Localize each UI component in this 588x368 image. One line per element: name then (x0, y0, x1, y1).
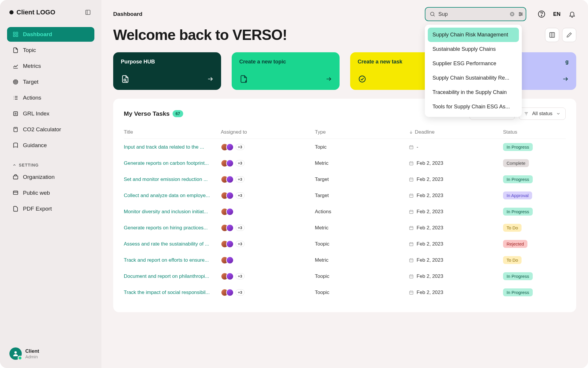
col-status[interactable]: Status (503, 129, 559, 135)
avatar-icon (226, 176, 234, 183)
clear-search-button[interactable] (510, 11, 515, 17)
task-title-link[interactable]: Generate reports on carbon footprint... (124, 160, 221, 166)
col-deadline[interactable]: Deadline (409, 129, 503, 135)
table-row[interactable]: Assess and rate the sustainability of ..… (124, 236, 566, 252)
table-row[interactable]: Collect and analyze data on employe...+3… (124, 187, 566, 204)
status-badge: In Progress (503, 288, 533, 296)
search-filter-button[interactable] (518, 11, 524, 17)
task-title-link[interactable]: Assess and rate the sustainability of ..… (124, 241, 221, 247)
table-row[interactable]: Generate reports on carbon footprint...+… (124, 155, 566, 171)
card-teal[interactable]: Create a new topic (232, 52, 340, 90)
svg-rect-26 (14, 176, 18, 179)
calendar-icon (409, 209, 414, 214)
collapse-sidebar-button[interactable] (84, 8, 92, 16)
sidebar-item-grl-index[interactable]: GRL Index (7, 106, 94, 121)
sidebar-item-topic[interactable]: Topic (7, 43, 94, 58)
table-row[interactable]: Assess and report on the alignment o...+… (124, 300, 566, 303)
sidebar-item-metrics[interactable]: Metrics (7, 59, 94, 73)
avatar-icon (226, 240, 234, 248)
calendar-icon (409, 274, 414, 279)
card-dark[interactable]: Purpose HUB (113, 52, 221, 90)
svg-rect-18 (14, 127, 17, 132)
search-suggestion-item[interactable]: Supply Chain Risk Management (428, 28, 519, 42)
sidebar-item-guidance[interactable]: Guidance (7, 138, 94, 153)
table-row[interactable]: Track the impact of social responsibil..… (124, 284, 566, 300)
calendar-icon (409, 145, 414, 149)
table-row[interactable]: Monitor diversity and inclusion initiat.… (124, 204, 566, 220)
filter-status-label: All status (532, 111, 552, 117)
help-button[interactable] (537, 10, 546, 18)
search-suggestion-item[interactable]: Sustainable Supply Chains (428, 42, 519, 56)
col-assigned[interactable]: Assigned to (221, 129, 315, 135)
deadline-cell: Feb 2, 2023 (409, 241, 503, 247)
edit-view-button[interactable] (562, 28, 576, 42)
search-suggestion-item[interactable]: Traceability in the Supply Chain (428, 85, 519, 100)
task-title-link[interactable]: Track and report on efforts to ensure... (124, 257, 221, 263)
filter-status-dropdown[interactable]: All status (519, 107, 566, 120)
book-icon (12, 142, 19, 149)
task-title-link[interactable]: Input and track data related to the ... (124, 144, 221, 150)
file-icon (12, 47, 19, 53)
task-title-link[interactable]: Track the impact of social responsibil..… (124, 290, 221, 295)
nav-label: Dashboard (23, 31, 52, 38)
deadline-cell: Feb 2, 2023 (409, 225, 503, 231)
sidebar-item-dashboard[interactable]: Dashboard (7, 27, 94, 42)
deadline-cell: Feb 2, 2023 (409, 160, 503, 166)
tasks-table-body[interactable]: Input and track data related to the ...+… (124, 139, 566, 303)
svg-point-48 (359, 76, 365, 82)
settings-section-toggle[interactable]: SETTING (7, 159, 94, 170)
col-title[interactable]: Title (124, 129, 221, 135)
table-row[interactable]: Document and report on philanthropi...+3… (124, 268, 566, 284)
svg-rect-58 (410, 146, 413, 149)
search-suggestion-item[interactable]: Supplier ESG Performance (428, 56, 519, 71)
table-row[interactable]: Input and track data related to the ...+… (124, 139, 566, 155)
status-badge: Complete (503, 159, 529, 167)
arrow-right-icon (207, 76, 213, 82)
nav-label: Actions (23, 95, 41, 101)
sidebar-item-public-web[interactable]: Public web (7, 186, 94, 200)
columns-view-button[interactable] (545, 28, 559, 42)
nav-list: DashboardTopicMetricsTargetActionsGRL In… (7, 27, 94, 153)
table-row[interactable]: Generate reports on hiring practices...+… (124, 220, 566, 236)
task-title-link[interactable]: Document and report on philanthropi... (124, 273, 221, 279)
svg-rect-2 (14, 32, 15, 34)
type-cell: Metric (315, 160, 409, 166)
task-title-link[interactable]: Collect and analyze data on employe... (124, 193, 221, 199)
sidebar-item-organization[interactable]: Organization (7, 170, 94, 184)
search-wrap: Supply Chain Risk ManagementSustainable … (425, 7, 526, 21)
search-input[interactable] (438, 11, 507, 17)
pdf-icon (12, 206, 19, 212)
sidebar-item-actions[interactable]: Actions (7, 90, 94, 105)
nav-label: Metrics (23, 63, 41, 69)
search-box[interactable] (425, 7, 526, 21)
sidebar-item-co2-calculator[interactable]: CO2 Calculator (7, 122, 94, 137)
table-row[interactable]: Set and monitor emission reduction ...+3… (124, 171, 566, 187)
task-title-link[interactable]: Monitor diversity and inclusion initiat.… (124, 209, 221, 215)
assignees-cell: +3 (221, 143, 315, 151)
notifications-button[interactable] (568, 10, 576, 18)
user-box[interactable]: Client Admin (7, 345, 94, 362)
avatar-icon (226, 192, 234, 199)
more-assignees-badge: +3 (235, 176, 245, 182)
task-title-link[interactable]: Generate reports on hiring practices... (124, 225, 221, 231)
sidebar-item-pdf-export[interactable]: PDF Export (7, 201, 94, 216)
status-cell: In Progress (503, 143, 559, 151)
svg-rect-62 (410, 162, 413, 165)
calendar-icon (409, 290, 414, 295)
logo-row: Client LOGO (7, 8, 94, 16)
search-suggestion-item[interactable]: Supply Chain Sustainability Re... (428, 71, 519, 85)
more-assignees-badge: +3 (235, 225, 245, 231)
list-icon (12, 95, 19, 101)
table-row[interactable]: Track and report on efforts to ensure...… (124, 252, 566, 268)
calendar-icon (409, 242, 414, 246)
search-suggestion-item[interactable]: Tools for Supply Chain ESG As... (428, 100, 519, 114)
svg-rect-3 (16, 32, 18, 34)
svg-point-30 (430, 12, 434, 16)
client-logo: Client LOGO (9, 9, 55, 16)
col-type[interactable]: Type (315, 129, 409, 135)
task-title-link[interactable]: Set and monitor emission reduction ... (124, 177, 221, 182)
language-switcher[interactable]: EN (553, 10, 561, 18)
logo-text: Client LOGO (16, 9, 55, 16)
sidebar-item-target[interactable]: Target (7, 75, 94, 89)
status-badge: In Approval (503, 191, 532, 199)
